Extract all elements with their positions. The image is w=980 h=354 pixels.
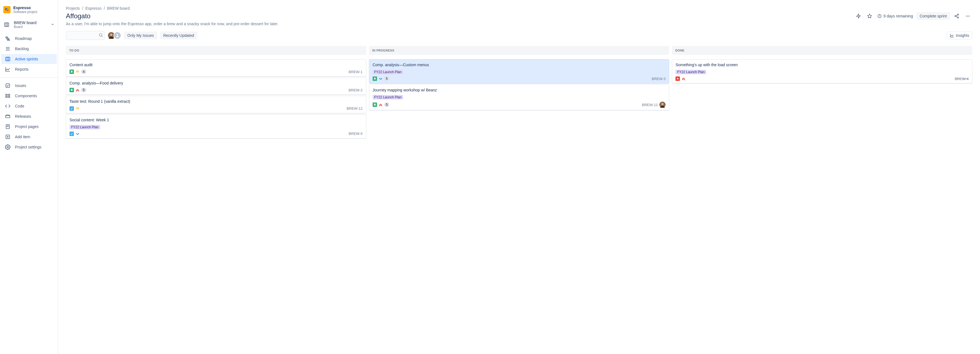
issue-card[interactable]: Social content: Week 1FY22 Launch Plan B… bbox=[66, 115, 366, 139]
issue-key: BREW-11 bbox=[642, 103, 658, 107]
breadcrumb-item[interactable]: BREW board bbox=[107, 6, 130, 11]
card-list: Content audit 4 BREW-1 Comp. analysis—Fo… bbox=[66, 59, 366, 139]
task-type-icon bbox=[70, 132, 74, 136]
epic-tag: FY22 Launch Plan bbox=[372, 95, 403, 99]
svg-point-33 bbox=[957, 17, 959, 18]
nav-label: Components bbox=[15, 94, 37, 98]
project-subtitle: Software project bbox=[13, 10, 37, 14]
nav-item-add-item[interactable]: Add item bbox=[1, 132, 57, 142]
svg-line-35 bbox=[956, 16, 957, 17]
nav-item-components[interactable]: Components bbox=[1, 91, 57, 101]
nav-label: Releases bbox=[15, 114, 31, 118]
svg-point-31 bbox=[957, 14, 959, 16]
column-inprogress: IN PROGRESSComp. analysis—Custom menusFY… bbox=[369, 46, 670, 139]
priority-medium-icon bbox=[76, 70, 80, 74]
issue-key: BREW-12 bbox=[347, 106, 363, 110]
priority-high-icon bbox=[76, 88, 80, 92]
complete-sprint-button[interactable]: Complete sprint bbox=[916, 12, 950, 20]
board-selector[interactable]: BREW board Board bbox=[0, 19, 58, 32]
only-my-issues-button[interactable]: Only My Issues bbox=[124, 32, 157, 39]
svg-rect-16 bbox=[6, 94, 8, 95]
issue-card[interactable]: Comp. analysis—Custom menusFY22 Launch P… bbox=[369, 59, 670, 83]
nav-label: Code bbox=[15, 104, 24, 108]
sidebar: Espresso Software project BREW board Boa… bbox=[0, 0, 58, 354]
issue-card[interactable]: Content audit 4 BREW-1 bbox=[66, 59, 366, 77]
star-icon[interactable] bbox=[865, 12, 874, 21]
nav-divider bbox=[0, 77, 58, 78]
epic-tag: FY22 Launch Plan bbox=[676, 70, 706, 74]
svg-point-42 bbox=[110, 33, 113, 36]
breadcrumb-item[interactable]: Projects bbox=[66, 6, 80, 11]
card-title: Comp. analysis—Custom menus bbox=[372, 62, 666, 67]
issue-card[interactable]: Comp. analysis—Food delivery 5 BREW-2 bbox=[66, 78, 366, 95]
nav-label: Issues bbox=[15, 83, 26, 88]
svg-rect-12 bbox=[6, 57, 10, 61]
share-icon[interactable] bbox=[952, 12, 961, 21]
svg-rect-3 bbox=[5, 23, 9, 26]
story-type-icon bbox=[70, 88, 74, 92]
breadcrumb: Projects/Espresso/BREW board bbox=[66, 6, 972, 11]
svg-point-50 bbox=[677, 78, 679, 80]
reports-icon bbox=[5, 67, 11, 72]
svg-marker-28 bbox=[857, 14, 861, 18]
svg-point-38 bbox=[969, 16, 970, 17]
more-icon[interactable] bbox=[963, 12, 972, 21]
nav-item-project-settings[interactable]: Project settings bbox=[1, 142, 57, 152]
issue-card[interactable]: Taste test: Round 1 (vanilla extract) BR… bbox=[66, 96, 366, 113]
nav-item-releases[interactable]: Releases bbox=[1, 112, 57, 121]
nav-secondary: Issues Components Code Releases Project … bbox=[0, 79, 58, 153]
column-header: DONE bbox=[672, 46, 972, 55]
project-header[interactable]: Espresso Software project bbox=[0, 6, 58, 19]
story-points-badge: 4 bbox=[81, 70, 86, 74]
story-points-badge: 5 bbox=[384, 77, 390, 81]
card-list: Something's up with the load screenFY22 … bbox=[672, 59, 972, 83]
nav-item-reports[interactable]: Reports bbox=[1, 64, 57, 74]
nav-item-project-pages[interactable]: Project pages bbox=[1, 121, 57, 132]
story-points-badge: 5 bbox=[384, 102, 390, 107]
svg-point-37 bbox=[967, 16, 968, 17]
components-icon bbox=[5, 93, 11, 99]
search-icon bbox=[99, 33, 103, 38]
board-icon bbox=[3, 22, 10, 27]
automation-icon[interactable] bbox=[854, 12, 863, 21]
nav-item-code[interactable]: Code bbox=[1, 101, 57, 111]
assignee-avatar[interactable] bbox=[659, 102, 665, 108]
svg-rect-8 bbox=[8, 40, 10, 40]
issue-card[interactable]: Journey mapping workshop w/ BeanzFY22 La… bbox=[369, 85, 670, 110]
recently-updated-button[interactable]: Recently Updated bbox=[160, 32, 197, 39]
svg-point-32 bbox=[955, 16, 956, 17]
svg-rect-17 bbox=[8, 94, 10, 95]
breadcrumb-separator: / bbox=[104, 6, 105, 11]
svg-point-36 bbox=[966, 16, 967, 17]
breadcrumb-item[interactable]: Espresso bbox=[85, 6, 101, 11]
nav-label: Add item bbox=[15, 135, 30, 139]
issue-key: BREW-1 bbox=[348, 70, 363, 74]
nav-label: Reports bbox=[15, 67, 29, 72]
card-title: Content audit bbox=[70, 62, 363, 67]
board-type: Board bbox=[14, 25, 47, 29]
sprint-description: As a user, I'm able to jump onto the Esp… bbox=[66, 22, 972, 26]
nav-item-active-sprints[interactable]: Active sprints bbox=[1, 54, 57, 64]
nav-item-roadmap[interactable]: Roadmap bbox=[1, 33, 57, 43]
clock-icon bbox=[877, 14, 882, 18]
days-remaining-text: 9 days remaining bbox=[883, 14, 913, 18]
issue-card[interactable]: Something's up with the load screenFY22 … bbox=[672, 59, 972, 83]
releases-icon bbox=[5, 113, 11, 119]
issue-key: BREW-5 bbox=[348, 132, 363, 136]
card-list: Comp. analysis—Custom menusFY22 Launch P… bbox=[369, 59, 670, 110]
svg-marker-29 bbox=[868, 14, 872, 18]
nav-item-issues[interactable]: Issues bbox=[1, 81, 57, 91]
avatar-group[interactable] bbox=[107, 32, 121, 39]
svg-line-40 bbox=[102, 36, 102, 37]
svg-point-27 bbox=[7, 147, 9, 148]
bug-type-icon bbox=[676, 77, 680, 81]
backlog-icon bbox=[5, 46, 11, 51]
roadmap-icon bbox=[5, 36, 11, 41]
avatar[interactable] bbox=[113, 32, 121, 39]
project-title: Espresso bbox=[13, 6, 37, 10]
svg-point-49 bbox=[661, 103, 663, 105]
nav-item-backlog[interactable]: Backlog bbox=[1, 44, 57, 54]
issue-key: BREW-4 bbox=[955, 77, 969, 81]
header-actions: 9 days remaining Complete sprint bbox=[854, 12, 972, 21]
insights-button[interactable]: Insights bbox=[947, 32, 972, 39]
